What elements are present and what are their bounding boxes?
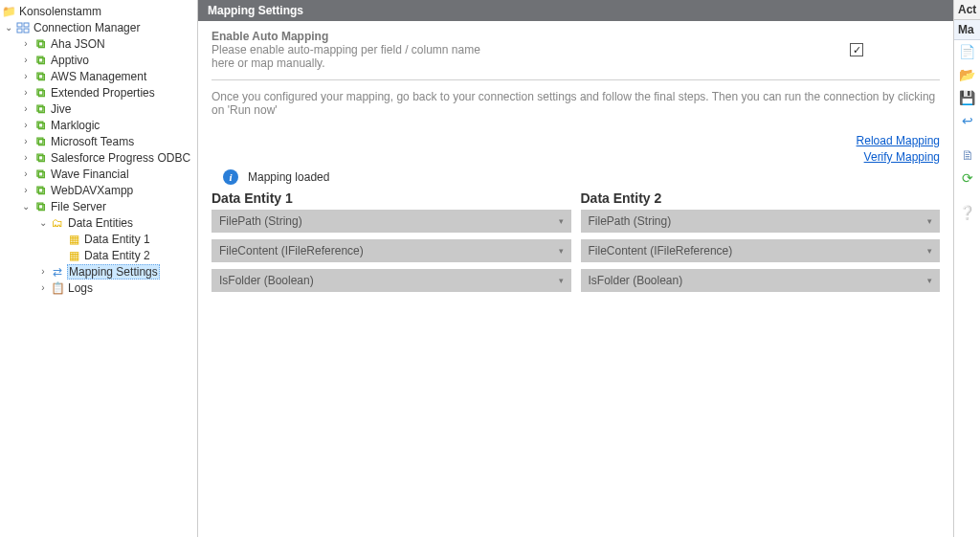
chevron-down-icon: ▾ bbox=[559, 276, 564, 285]
main-panel: Mapping Settings Enable Auto Mapping Ple… bbox=[198, 0, 953, 537]
actions-sidebar: Act Ma 📄 📂 💾 ↩ 🗎 ⟳ ❔ bbox=[953, 0, 980, 537]
action-new[interactable]: 📄 bbox=[954, 40, 980, 63]
tree-item-wave-financial[interactable]: › ⧉ Wave Financial bbox=[0, 166, 197, 182]
tree-item-microsoft-teams[interactable]: › ⧉ Microsoft Teams bbox=[0, 133, 197, 149]
tree-item-file-server[interactable]: ⌄ ⧉ File Server bbox=[0, 198, 197, 214]
entity-2-title: Data Entity 2 bbox=[581, 190, 941, 206]
action-open[interactable]: 📂 bbox=[954, 63, 980, 86]
tree-item-label: Aha JSON bbox=[50, 37, 106, 51]
field-label: FilePath (String) bbox=[589, 214, 672, 228]
tree-item-apptivo[interactable]: › ⧉ Apptivo bbox=[0, 52, 197, 68]
field-label: IsFolder (Boolean) bbox=[589, 274, 683, 287]
tree-item-salesforce[interactable]: › ⧉ Salesforce Progress ODBC bbox=[0, 149, 197, 166]
chevron-right-icon[interactable]: › bbox=[38, 266, 48, 277]
chevron-right-icon[interactable]: › bbox=[21, 71, 31, 81]
tree-root-label: Konsolenstamm bbox=[18, 5, 102, 18]
connector-icon: ⧉ bbox=[33, 70, 47, 83]
entities-grid: Data Entity 1 FilePath (String) ▾ FileCo… bbox=[212, 190, 940, 299]
tree-item-label: Data Entities bbox=[67, 216, 134, 230]
tree-item-label: Extended Properties bbox=[50, 86, 156, 100]
entity-1-field-isfolder[interactable]: IsFolder (Boolean) ▾ bbox=[212, 269, 571, 292]
tree-item-data-entity-2[interactable]: ▦ Data Entity 2 bbox=[0, 247, 197, 263]
chevron-right-icon[interactable]: › bbox=[21, 87, 31, 98]
action-help[interactable]: ❔ bbox=[954, 201, 980, 224]
field-label: FileContent (IFileReference) bbox=[219, 244, 364, 257]
tree-item-label: Wave Financial bbox=[50, 168, 130, 181]
tree-item-logs[interactable]: › 📋 Logs bbox=[0, 280, 197, 296]
folder-icon: 📁 bbox=[2, 5, 15, 18]
tree-item-label: Mapping Settings bbox=[67, 264, 160, 280]
actions-tab[interactable]: Ma bbox=[954, 20, 980, 40]
chevron-down-icon[interactable]: ⌄ bbox=[4, 22, 13, 33]
tree-item-mapping-settings[interactable]: › ⇄ Mapping Settings bbox=[0, 263, 197, 280]
chevron-right-icon[interactable]: › bbox=[21, 168, 31, 179]
tree-root[interactable]: 📁 Konsolenstamm bbox=[0, 3, 197, 19]
tree-item-marklogic[interactable]: › ⧉ Marklogic bbox=[0, 117, 197, 133]
tree-item-label: Jive bbox=[50, 102, 72, 116]
entity-1-field-filecontent[interactable]: FileContent (IFileReference) ▾ bbox=[212, 239, 571, 262]
chevron-right-icon[interactable]: › bbox=[21, 120, 31, 130]
entity-1-title: Data Entity 1 bbox=[212, 190, 571, 206]
entity-1-field-filepath[interactable]: FilePath (String) ▾ bbox=[212, 210, 571, 233]
svg-rect-3 bbox=[24, 29, 29, 33]
chevron-right-icon[interactable]: › bbox=[21, 55, 31, 65]
mapping-icon: ⇄ bbox=[51, 265, 64, 279]
action-save[interactable]: 💾 bbox=[954, 86, 980, 109]
tree-item-data-entity-1[interactable]: ▦ Data Entity 1 bbox=[0, 231, 197, 247]
auto-mapping-line1: Please enable auto-mapping per field / c… bbox=[212, 43, 480, 56]
entity-2-field-isfolder[interactable]: IsFolder (Boolean) ▾ bbox=[581, 269, 941, 292]
connector-icon: ⧉ bbox=[33, 102, 47, 116]
tree-item-label: WebDAVXampp bbox=[50, 184, 134, 197]
tree-item-aha-json[interactable]: › ⧉ Aha JSON bbox=[0, 35, 197, 52]
auto-mapping-checkbox[interactable]: ✓ bbox=[850, 43, 863, 56]
tree-item-label: Data Entity 1 bbox=[83, 233, 151, 246]
chevron-right-icon[interactable]: › bbox=[21, 185, 31, 195]
chevron-right-icon[interactable]: › bbox=[21, 136, 31, 146]
tree-item-webdavxampp[interactable]: › ⧉ WebDAVXampp bbox=[0, 182, 197, 198]
entity-2: Data Entity 2 FilePath (String) ▾ FileCo… bbox=[581, 190, 941, 299]
info-icon: i bbox=[223, 169, 238, 185]
actions-header: Act bbox=[954, 0, 980, 20]
mapping-status: i Mapping loaded bbox=[223, 169, 940, 185]
tree-item-label: Marklogic bbox=[50, 119, 100, 132]
tree-item-label: File Server bbox=[50, 200, 107, 213]
connector-icon: ⧉ bbox=[33, 54, 47, 67]
chevron-right-icon[interactable]: › bbox=[38, 282, 48, 293]
tree-item-label: Data Entity 2 bbox=[83, 249, 151, 262]
connector-icon: ⧉ bbox=[33, 37, 47, 51]
entity-icon: ▦ bbox=[67, 233, 80, 246]
connector-icon: ⧉ bbox=[33, 184, 47, 197]
connector-icon: ⧉ bbox=[33, 151, 47, 165]
mapping-links: Reload Mapping Verify Mapping bbox=[212, 134, 940, 164]
action-undo[interactable]: ↩ bbox=[954, 109, 980, 132]
chevron-down-icon: ▾ bbox=[927, 216, 932, 226]
chevron-down-icon: ▾ bbox=[559, 216, 564, 226]
tree-item-data-entities[interactable]: ⌄ 🗂 Data Entities bbox=[0, 214, 197, 231]
entity-2-field-filepath[interactable]: FilePath (String) ▾ bbox=[581, 210, 941, 233]
field-label: IsFolder (Boolean) bbox=[219, 274, 314, 287]
tree-item-extended-properties[interactable]: › ⧉ Extended Properties bbox=[0, 84, 197, 101]
verify-mapping-link[interactable]: Verify Mapping bbox=[212, 150, 940, 164]
svg-rect-1 bbox=[24, 23, 29, 27]
chevron-down-icon[interactable]: ⌄ bbox=[21, 201, 31, 212]
tree-item-aws-management[interactable]: › ⧉ AWS Management bbox=[0, 68, 197, 84]
connection-manager-icon bbox=[16, 21, 30, 34]
entity-2-field-filecontent[interactable]: FileContent (IFileReference) ▾ bbox=[581, 239, 941, 262]
svg-rect-0 bbox=[17, 23, 22, 27]
chevron-down-icon: ▾ bbox=[927, 246, 932, 256]
connector-icon: ⧉ bbox=[33, 135, 47, 148]
navigation-tree: 📁 Konsolenstamm ⌄ Connection Manager › ⧉… bbox=[0, 0, 198, 537]
action-document[interactable]: 🗎 bbox=[954, 144, 980, 167]
reload-mapping-link[interactable]: Reload Mapping bbox=[212, 134, 940, 147]
connector-icon: ⧉ bbox=[33, 86, 47, 100]
tree-connection-manager[interactable]: ⌄ Connection Manager bbox=[0, 19, 197, 35]
chevron-down-icon[interactable]: ⌄ bbox=[38, 217, 48, 228]
field-label: FileContent (IFileReference) bbox=[589, 244, 733, 257]
tree-item-label: Logs bbox=[67, 281, 94, 295]
action-refresh[interactable]: ⟳ bbox=[954, 167, 980, 190]
chevron-right-icon[interactable]: › bbox=[21, 152, 31, 163]
tree-item-jive[interactable]: › ⧉ Jive bbox=[0, 101, 197, 117]
chevron-right-icon[interactable]: › bbox=[21, 38, 31, 49]
chevron-right-icon[interactable]: › bbox=[21, 103, 31, 114]
tree-item-label: AWS Management bbox=[50, 70, 147, 83]
